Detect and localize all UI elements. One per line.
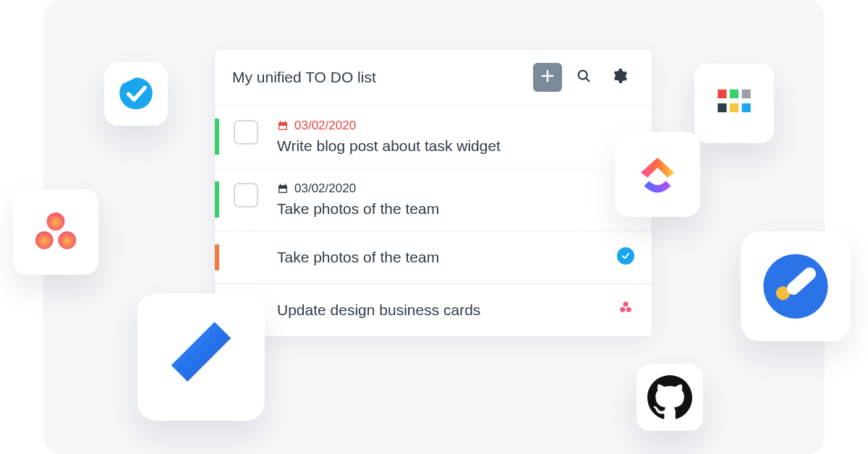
svg-rect-8 bbox=[279, 126, 286, 129]
task-accent bbox=[215, 181, 219, 218]
app-card-clickup bbox=[615, 132, 700, 217]
ticktick-icon bbox=[116, 74, 156, 114]
task-accent bbox=[215, 119, 219, 155]
task-title: Write blog post about task widget bbox=[277, 137, 634, 155]
settings-button[interactable] bbox=[605, 63, 634, 92]
task-body: 03/02/2020 Take photos of the team bbox=[277, 181, 634, 218]
asana-icon bbox=[30, 206, 82, 258]
svg-point-21 bbox=[626, 307, 631, 312]
svg-rect-32 bbox=[742, 103, 751, 112]
svg-marker-26 bbox=[171, 322, 231, 382]
task-checkbox[interactable] bbox=[234, 183, 258, 207]
task-body: 03/02/2020 Write blog post about task wi… bbox=[277, 119, 634, 155]
svg-rect-28 bbox=[730, 90, 739, 98]
svg-rect-12 bbox=[279, 189, 286, 192]
add-task-button[interactable] bbox=[533, 63, 562, 92]
svg-point-22 bbox=[47, 213, 65, 231]
calendar-icon bbox=[277, 120, 289, 132]
grid-icon bbox=[714, 83, 754, 124]
task-date: 03/02/2020 bbox=[277, 119, 634, 133]
task-row[interactable]: Take photos of the team bbox=[215, 231, 652, 283]
app-card-github bbox=[637, 364, 703, 431]
task-body: Update design business cards bbox=[277, 297, 634, 323]
svg-point-20 bbox=[620, 307, 625, 312]
panel-title: My unified TO DO list bbox=[232, 69, 526, 86]
app-card-asana bbox=[13, 189, 98, 275]
panel-header: My unified TO DO list bbox=[215, 50, 652, 106]
svg-point-19 bbox=[624, 301, 629, 307]
svg-point-23 bbox=[35, 231, 54, 249]
app-card-mstodo bbox=[137, 294, 265, 421]
task-source-icon bbox=[617, 247, 634, 265]
search-button[interactable] bbox=[569, 63, 598, 92]
svg-rect-31 bbox=[730, 103, 739, 112]
task-title: Take photos of the team bbox=[277, 200, 634, 218]
task-row[interactable]: 03/02/2020 Take photos of the team bbox=[215, 168, 652, 231]
github-icon bbox=[647, 375, 692, 420]
task-checkbox[interactable] bbox=[234, 120, 258, 145]
clickup-icon bbox=[631, 147, 684, 201]
svg-rect-27 bbox=[718, 90, 726, 98]
task-list: 03/02/2020 Write blog post about task wi… bbox=[215, 106, 652, 336]
calendar-icon bbox=[277, 183, 289, 194]
app-card-ticktick bbox=[104, 62, 168, 126]
task-body: Take photos of the team bbox=[277, 244, 634, 270]
mstodo-icon bbox=[158, 314, 244, 401]
svg-rect-29 bbox=[742, 90, 751, 98]
svg-point-24 bbox=[58, 231, 76, 249]
gear-icon bbox=[612, 68, 628, 87]
svg-rect-5 bbox=[278, 122, 287, 124]
search-icon bbox=[576, 68, 592, 87]
task-date-text: 03/02/2020 bbox=[294, 119, 356, 133]
task-title: Take photos of the team bbox=[277, 244, 634, 270]
google-tasks-icon bbox=[759, 249, 833, 323]
plus-icon bbox=[540, 67, 556, 89]
todo-panel: My unified TO DO list bbox=[214, 49, 652, 337]
task-source-icon bbox=[617, 299, 634, 316]
svg-line-3 bbox=[586, 78, 589, 81]
app-card-googletasks bbox=[741, 231, 851, 341]
task-row[interactable]: 03/02/2020 Write blog post about task wi… bbox=[215, 106, 652, 168]
task-title: Update design business cards bbox=[277, 297, 634, 323]
svg-rect-30 bbox=[718, 103, 726, 112]
task-accent bbox=[215, 244, 219, 270]
task-row[interactable]: Update design business cards bbox=[215, 283, 652, 336]
app-card-grid bbox=[694, 64, 774, 143]
ticktick-badge-icon bbox=[617, 247, 634, 265]
task-date-text: 03/02/2020 bbox=[294, 181, 356, 196]
task-date: 03/02/2020 bbox=[277, 181, 634, 196]
